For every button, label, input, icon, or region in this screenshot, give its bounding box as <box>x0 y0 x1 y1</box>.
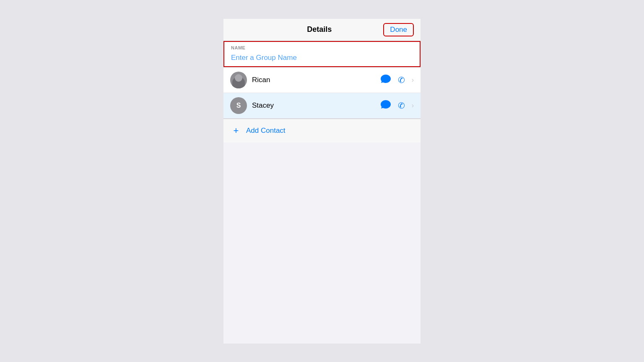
name-section: NAME <box>223 41 421 67</box>
avatar-stacey: S <box>230 97 247 114</box>
contact-actions-stacey: ✆ › <box>380 100 414 111</box>
add-contact-label: Add Contact <box>246 127 286 135</box>
done-button[interactable]: Done <box>383 23 414 36</box>
contact-row-rican: Rican ✆ › <box>223 67 421 93</box>
message-icon-rican[interactable] <box>380 74 391 86</box>
chevron-icon-stacey: › <box>412 102 414 109</box>
page-title: Details <box>255 25 383 34</box>
empty-area <box>223 142 421 344</box>
avatar-rican <box>230 72 247 88</box>
phone-container: Details Done NAME Rican ✆ › S St <box>223 19 421 344</box>
contact-actions-rican: ✆ › <box>380 74 414 86</box>
chevron-icon-rican: › <box>412 76 414 84</box>
group-name-input[interactable] <box>224 51 420 66</box>
phone-icon-rican[interactable]: ✆ <box>398 75 405 85</box>
add-contact-row[interactable]: + Add Contact <box>223 119 421 142</box>
contact-row-stacey: S Stacey ✆ › <box>223 93 421 119</box>
add-icon: + <box>230 125 242 137</box>
contact-name-stacey: Stacey <box>252 101 380 110</box>
message-icon-stacey[interactable] <box>380 100 391 111</box>
name-label: NAME <box>224 42 420 51</box>
contacts-list: Rican ✆ › S Stacey ✆ <box>223 67 421 119</box>
phone-icon-stacey[interactable]: ✆ <box>398 101 405 111</box>
contact-name-rican: Rican <box>252 76 380 84</box>
nav-bar: Details Done <box>223 19 421 41</box>
